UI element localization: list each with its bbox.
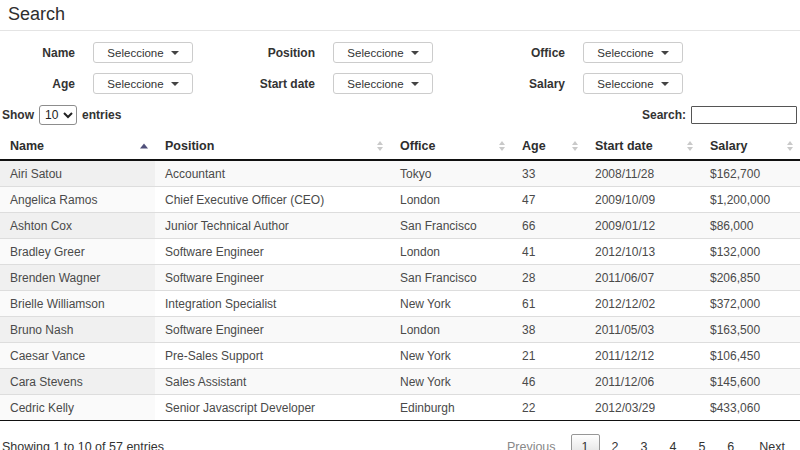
filter-name: Name Seleccione bbox=[0, 42, 240, 63]
cell-salary: $132,000 bbox=[700, 239, 800, 265]
pagination-page-2[interactable]: 2 bbox=[602, 434, 629, 450]
cell-position: Sales Assistant bbox=[155, 369, 390, 395]
cell-position: Chief Executive Officer (CEO) bbox=[155, 187, 390, 213]
filter-salary-label: Salary bbox=[490, 77, 565, 91]
cell-salary: $372,000 bbox=[700, 291, 800, 317]
cell-age: 47 bbox=[512, 187, 585, 213]
pagination-page-4[interactable]: 4 bbox=[659, 434, 686, 450]
cell-age: 21 bbox=[512, 343, 585, 369]
page-title: Search bbox=[8, 4, 792, 25]
cell-name: Bruno Nash bbox=[0, 317, 155, 343]
column-header-name-label: Name bbox=[10, 139, 44, 153]
cell-office: New York bbox=[390, 291, 512, 317]
cell-name: Cedric Kelly bbox=[0, 395, 155, 421]
filter-name-label: Name bbox=[0, 46, 75, 60]
cell-start-date: 2011/06/07 bbox=[585, 265, 700, 291]
cell-office: Tokyo bbox=[390, 160, 512, 187]
table-row: Airi SatouAccountantTokyo332008/11/28$16… bbox=[0, 160, 800, 187]
search-input[interactable] bbox=[691, 106, 797, 124]
cell-start-date: 2011/12/06 bbox=[585, 369, 700, 395]
pagination-next-button[interactable]: Next bbox=[749, 434, 795, 450]
entries-label: entries bbox=[82, 108, 121, 122]
table-row: Angelica RamosChief Executive Officer (C… bbox=[0, 187, 800, 213]
filter-office-dropdown[interactable]: Seleccione bbox=[583, 42, 683, 63]
cell-age: 28 bbox=[512, 265, 585, 291]
cell-name: Brielle Williamson bbox=[0, 291, 155, 317]
cell-age: 46 bbox=[512, 369, 585, 395]
cell-position: Software Engineer bbox=[155, 239, 390, 265]
filter-name-dropdown-label: Seleccione bbox=[107, 47, 163, 59]
pagination-page-5[interactable]: 5 bbox=[688, 434, 715, 450]
cell-age: 38 bbox=[512, 317, 585, 343]
cell-position: Software Engineer bbox=[155, 317, 390, 343]
sort-both-icon bbox=[687, 141, 693, 151]
cell-name: Cara Stevens bbox=[0, 369, 155, 395]
cell-salary: $162,700 bbox=[700, 160, 800, 187]
filter-age-dropdown[interactable]: Seleccione bbox=[93, 73, 193, 94]
cell-position: Pre-Sales Support bbox=[155, 343, 390, 369]
filter-start-date-dropdown-label: Seleccione bbox=[347, 78, 403, 90]
column-header-office[interactable]: Office bbox=[390, 133, 512, 160]
filter-position-dropdown[interactable]: Seleccione bbox=[333, 42, 433, 63]
column-header-salary[interactable]: Salary bbox=[700, 133, 800, 160]
cell-start-date: 2012/10/13 bbox=[585, 239, 700, 265]
column-header-start-date[interactable]: Start date bbox=[585, 133, 700, 160]
cell-start-date: 2011/05/03 bbox=[585, 317, 700, 343]
caret-down-icon bbox=[411, 51, 419, 55]
cell-office: San Francisco bbox=[390, 213, 512, 239]
column-header-name[interactable]: Name bbox=[0, 133, 155, 160]
filter-age: Age Seleccione bbox=[0, 73, 240, 94]
cell-age: 22 bbox=[512, 395, 585, 421]
pagination-page-1[interactable]: 1 bbox=[571, 434, 600, 450]
page-length-select[interactable]: 10 bbox=[39, 105, 77, 125]
cell-start-date: 2008/11/28 bbox=[585, 160, 700, 187]
table-body: Airi SatouAccountantTokyo332008/11/28$16… bbox=[0, 160, 800, 421]
cell-name: Brenden Wagner bbox=[0, 265, 155, 291]
cell-name: Angelica Ramos bbox=[0, 187, 155, 213]
filter-salary-dropdown[interactable]: Seleccione bbox=[583, 73, 683, 94]
cell-office: San Francisco bbox=[390, 265, 512, 291]
data-table: Name Position Office Age Start date Sala… bbox=[0, 133, 800, 421]
filter-name-dropdown[interactable]: Seleccione bbox=[93, 42, 193, 63]
table-header-row: Name Position Office Age Start date Sala… bbox=[0, 133, 800, 160]
cell-salary: $106,450 bbox=[700, 343, 800, 369]
pagination-previous-button[interactable]: Previous bbox=[497, 434, 566, 450]
column-header-office-label: Office bbox=[400, 139, 435, 153]
caret-down-icon bbox=[661, 51, 669, 55]
filter-position-label: Position bbox=[240, 46, 315, 60]
table-info: Showing 1 to 10 of 57 entries bbox=[2, 440, 164, 450]
cell-start-date: 2012/12/02 bbox=[585, 291, 700, 317]
show-label: Show bbox=[2, 108, 34, 122]
filter-age-dropdown-label: Seleccione bbox=[107, 78, 163, 90]
search-control: Search: bbox=[642, 106, 797, 124]
caret-down-icon bbox=[411, 82, 419, 86]
sort-both-icon bbox=[787, 141, 793, 151]
cell-position: Senior Javascript Developer bbox=[155, 395, 390, 421]
filter-start-date: Start date Seleccione bbox=[240, 73, 490, 94]
sort-ascending-icon bbox=[140, 144, 148, 149]
column-header-age[interactable]: Age bbox=[512, 133, 585, 160]
table-row: Ashton CoxJunior Technical AuthorSan Fra… bbox=[0, 213, 800, 239]
table-row: Brenden WagnerSoftware EngineerSan Franc… bbox=[0, 265, 800, 291]
filter-position-dropdown-label: Seleccione bbox=[347, 47, 403, 59]
column-header-salary-label: Salary bbox=[710, 139, 748, 153]
table-row: Cedric KellySenior Javascript DeveloperE… bbox=[0, 395, 800, 421]
cell-start-date: 2009/01/12 bbox=[585, 213, 700, 239]
cell-start-date: 2009/10/09 bbox=[585, 187, 700, 213]
column-header-position[interactable]: Position bbox=[155, 133, 390, 160]
column-header-start-date-label: Start date bbox=[595, 139, 653, 153]
caret-down-icon bbox=[661, 82, 669, 86]
cell-name: Bradley Greer bbox=[0, 239, 155, 265]
cell-name: Airi Satou bbox=[0, 160, 155, 187]
filter-office: Office Seleccione bbox=[490, 42, 800, 63]
sort-both-icon bbox=[377, 141, 383, 151]
pagination-page-6[interactable]: 6 bbox=[717, 434, 744, 450]
pagination-page-3[interactable]: 3 bbox=[630, 434, 657, 450]
cell-position: Accountant bbox=[155, 160, 390, 187]
sort-both-icon bbox=[572, 141, 578, 151]
filter-office-label: Office bbox=[490, 46, 565, 60]
cell-start-date: 2011/12/12 bbox=[585, 343, 700, 369]
filter-start-date-dropdown[interactable]: Seleccione bbox=[333, 73, 433, 94]
cell-age: 66 bbox=[512, 213, 585, 239]
cell-position: Software Engineer bbox=[155, 265, 390, 291]
